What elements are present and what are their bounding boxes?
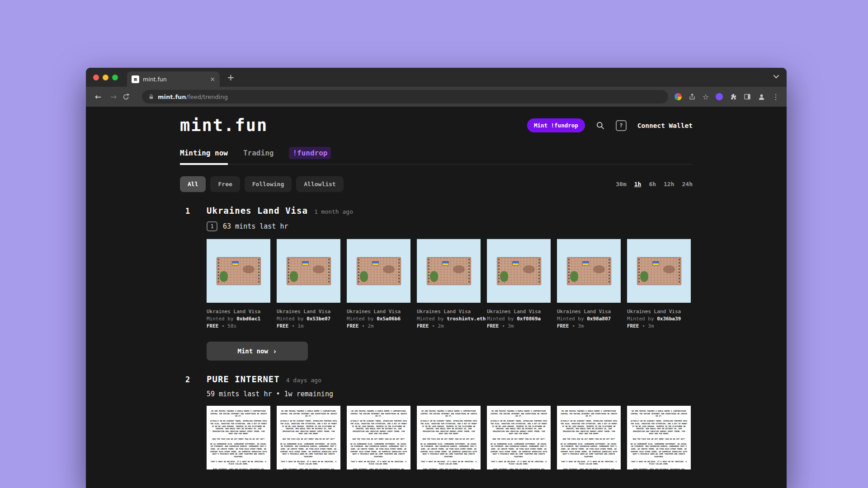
- minted-by-label: Minted by: [207, 316, 234, 322]
- time-filter-6h[interactable]: 6h: [649, 181, 656, 188]
- tree-shape: [430, 271, 438, 282]
- extensions-button[interactable]: [730, 93, 737, 100]
- extension-icon-purple[interactable]: [716, 93, 723, 100]
- mint-fundrop-button[interactable]: Mint !fundrop: [527, 118, 585, 132]
- minter-address[interactable]: 0x36ba39: [657, 316, 681, 322]
- time-filter-30m[interactable]: 30m: [616, 181, 626, 188]
- nft-card[interactable]: Ukraines Land Visa Minted by 0xbd6ac1 FR…: [207, 239, 270, 330]
- tab-trading[interactable]: Trading: [243, 149, 274, 164]
- minter-address[interactable]: 0xbd6ac1: [236, 316, 260, 322]
- tree-shape: [220, 271, 228, 282]
- site-logo[interactable]: mint.fun: [180, 116, 268, 135]
- close-window-button[interactable]: [93, 75, 99, 80]
- tab-minting-now[interactable]: Minting now: [180, 149, 228, 165]
- filter-following[interactable]: Following: [245, 176, 292, 192]
- collection-title[interactable]: Ukraines Land Visa: [207, 206, 308, 216]
- bookmark-star-icon[interactable]: ☆: [703, 93, 709, 101]
- nft-card[interactable]: Ukraines Land Visa Minted by 0x98a807 FR…: [557, 239, 621, 330]
- window-controls: [93, 75, 118, 80]
- nft-card[interactable]: Ukraines Land Visa Minted by 0xf0869a FR…: [487, 239, 551, 330]
- new-tab-button[interactable]: +: [227, 72, 235, 83]
- minter-address[interactable]: 0x98a807: [587, 316, 611, 322]
- minter-address[interactable]: troshintv.eth: [447, 316, 486, 322]
- search-button[interactable]: [596, 121, 605, 130]
- lock-icon: [148, 94, 154, 100]
- person-icon: [758, 93, 765, 101]
- manifesto-card[interactable]: WE ARE MOVING TOWARDS A WORLD WHERE 5 CO…: [207, 406, 270, 469]
- browser-tab[interactable]: m mint.fun ×: [127, 71, 220, 87]
- blot-shape: [313, 265, 325, 273]
- url-text: mint.fun/feed/trending: [158, 94, 228, 100]
- time-filter-1h[interactable]: 1h: [634, 181, 642, 188]
- manifesto-card[interactable]: WE ARE MOVING TOWARDS A WORLD WHERE 5 CO…: [557, 406, 621, 469]
- perforation: [638, 259, 640, 283]
- mint-now-button[interactable]: Mint now ›: [207, 342, 308, 361]
- connect-wallet-button[interactable]: Connect Wallet: [637, 122, 693, 129]
- tab-title: mint.fun: [143, 76, 206, 83]
- extension-icon[interactable]: [675, 93, 682, 100]
- forward-button[interactable]: →: [107, 92, 120, 101]
- header-actions: Mint !fundrop ? Connect Wallet: [527, 118, 693, 132]
- site-header: mint.fun Mint !fundrop ? Connect Wallet: [180, 116, 693, 135]
- minter-address[interactable]: 0x53be07: [307, 316, 330, 322]
- nft-image[interactable]: [277, 239, 340, 303]
- tab-fundrop[interactable]: !fundrop: [289, 149, 331, 164]
- visa-artwork: [427, 257, 471, 285]
- maximize-window-button[interactable]: [112, 75, 118, 80]
- nft-title: Ukraines Land Visa: [557, 308, 621, 315]
- time-filter-24h[interactable]: 24h: [682, 181, 693, 188]
- filter-allowlist[interactable]: Allowlist: [296, 176, 343, 192]
- manifesto-card[interactable]: WE ARE MOVING TOWARDS A WORLD WHERE 5 CO…: [487, 406, 551, 469]
- nft-title: Ukraines Land Visa: [207, 308, 270, 315]
- time-range-filters: 30m 1h 6h 12h 24h: [616, 181, 693, 188]
- nft-image[interactable]: [487, 239, 551, 303]
- visa-artwork: [567, 257, 611, 285]
- nft-image[interactable]: [417, 239, 481, 303]
- nft-card[interactable]: Ukraines Land Visa Minted by 0x53be07 FR…: [277, 239, 340, 330]
- nft-card[interactable]: Ukraines Land Visa Minted by troshintv.e…: [417, 239, 481, 330]
- profile-button[interactable]: [758, 93, 765, 101]
- minimize-window-button[interactable]: [103, 75, 108, 80]
- nft-card[interactable]: Ukraines Land Visa Minted by 0x5a06b6 FR…: [347, 239, 410, 330]
- nft-image[interactable]: [347, 239, 410, 303]
- collection-title[interactable]: PURE INTERNET: [207, 374, 280, 384]
- mint-stats: 63 mints last hr: [223, 222, 288, 230]
- filter-bar: All Free Following Allowlist 30m 1h 6h 1…: [180, 176, 693, 192]
- side-panel-button[interactable]: [744, 93, 751, 100]
- tab-favicon: m: [132, 75, 139, 83]
- share-button[interactable]: [689, 93, 696, 100]
- manifesto-card[interactable]: WE ARE MOVING TOWARDS A WORLD WHERE 5 CO…: [627, 406, 691, 469]
- flag-icon: [302, 261, 309, 266]
- tab-close-icon[interactable]: ×: [210, 75, 215, 83]
- time-filter-12h[interactable]: 12h: [664, 181, 674, 188]
- nft-title: Ukraines Land Visa: [277, 308, 340, 315]
- perforation: [358, 259, 359, 283]
- nft-title: Ukraines Land Visa: [487, 308, 551, 315]
- perforation: [258, 259, 259, 283]
- perforation: [328, 259, 330, 283]
- help-shortcut-icon[interactable]: ?: [616, 120, 627, 131]
- mint-now-label: Mint now: [237, 347, 268, 355]
- perforation: [288, 259, 289, 283]
- minter-address[interactable]: 0x5a06b6: [377, 316, 401, 322]
- blot-shape: [663, 265, 675, 273]
- nft-image[interactable]: [207, 239, 270, 303]
- minter-address[interactable]: 0xf0869a: [517, 316, 541, 322]
- tree-shape: [570, 271, 578, 282]
- filter-free[interactable]: Free: [210, 176, 240, 192]
- nft-image[interactable]: [627, 239, 691, 303]
- manifesto-card[interactable]: WE ARE MOVING TOWARDS A WORLD WHERE 5 CO…: [277, 406, 340, 469]
- perforation: [218, 259, 219, 283]
- manifesto-card[interactable]: WE ARE MOVING TOWARDS A WORLD WHERE 5 CO…: [417, 406, 481, 469]
- nft-card[interactable]: Ukraines Land Visa Minted by 0x36ba39 FR…: [627, 239, 691, 330]
- reload-button[interactable]: [122, 93, 136, 101]
- tree-shape: [640, 271, 648, 282]
- browser-menu-button[interactable]: ⋮: [772, 93, 779, 101]
- back-button[interactable]: ←: [91, 92, 105, 101]
- nft-image[interactable]: [557, 239, 621, 303]
- manifesto-card[interactable]: WE ARE MOVING TOWARDS A WORLD WHERE 5 CO…: [347, 406, 410, 469]
- filter-all[interactable]: All: [180, 176, 206, 192]
- chevron-down-icon[interactable]: [774, 73, 779, 79]
- mint-time: • 3m: [642, 323, 654, 329]
- address-bar[interactable]: mint.fun/feed/trending: [142, 90, 668, 103]
